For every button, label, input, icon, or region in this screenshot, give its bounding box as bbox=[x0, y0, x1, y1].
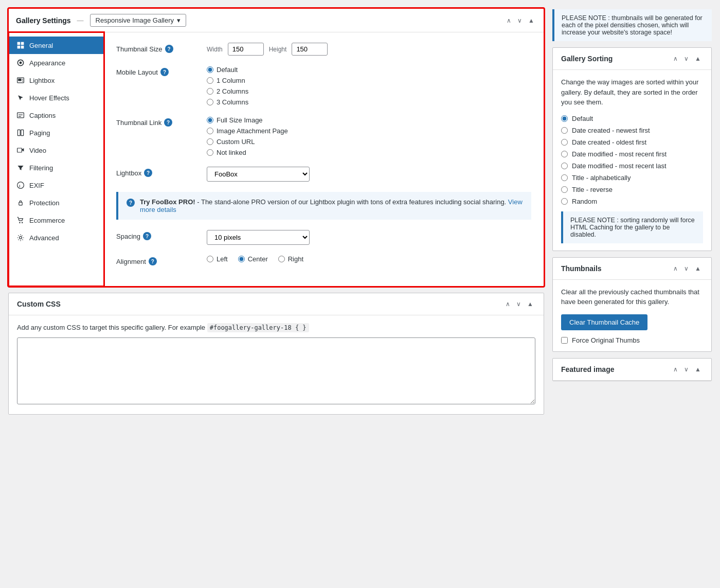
featured-image-controls: ∧ ∨ ▲ bbox=[671, 365, 703, 374]
alignment-left[interactable]: Left bbox=[207, 255, 228, 263]
lightbox-select[interactable]: FooBox None Custom bbox=[207, 167, 310, 182]
mobile-layout-1col[interactable]: 1 Column bbox=[207, 77, 531, 84]
sort-title-reverse-radio[interactable] bbox=[561, 186, 568, 193]
featured-image-expand-button[interactable]: ▲ bbox=[693, 365, 703, 374]
featured-image-title: Featured image bbox=[561, 365, 671, 373]
alignment-right[interactable]: Right bbox=[278, 255, 303, 263]
sidebar-item-label: Video bbox=[29, 147, 46, 154]
thumbnail-link-custom-radio[interactable] bbox=[207, 138, 213, 145]
mobile-layout-default-radio[interactable] bbox=[207, 66, 213, 73]
sort-date-mod-recent[interactable]: Date modified - most recent first bbox=[561, 150, 703, 158]
mobile-layout-1col-radio[interactable] bbox=[207, 77, 213, 84]
sort-date-mod-recent-radio[interactable] bbox=[561, 151, 568, 157]
sidebar-item-captions[interactable]: Captions bbox=[9, 106, 103, 124]
panel-expand-button[interactable]: ▲ bbox=[526, 16, 536, 25]
panel-down-button[interactable]: ∨ bbox=[515, 16, 524, 25]
sidebar-item-general[interactable]: General bbox=[9, 37, 103, 54]
sort-date-mod-last[interactable]: Date modified - most recent last bbox=[561, 162, 703, 170]
foobox-promo-link[interactable]: View more details bbox=[140, 198, 523, 213]
thumbnail-link-attachment[interactable]: Image Attachment Page bbox=[207, 127, 531, 135]
thumbnail-size-help-icon[interactable]: ? bbox=[165, 45, 173, 53]
alignment-center-radio[interactable] bbox=[238, 256, 245, 262]
custom-css-up-button[interactable]: ∧ bbox=[503, 299, 512, 309]
sort-random-radio[interactable] bbox=[561, 198, 568, 205]
sort-title-alpha-radio[interactable] bbox=[561, 174, 568, 181]
featured-image-up-button[interactable]: ∧ bbox=[671, 365, 680, 374]
mobile-layout-help-icon[interactable]: ? bbox=[160, 68, 169, 76]
thumbnails-expand-button[interactable]: ▲ bbox=[693, 264, 703, 273]
sorting-down-button[interactable]: ∨ bbox=[682, 54, 691, 63]
sort-date-mod-last-radio[interactable] bbox=[561, 163, 568, 169]
thumbnail-link-attachment-radio[interactable] bbox=[207, 128, 213, 134]
sort-title-reverse[interactable]: Title - reverse bbox=[561, 186, 703, 193]
thumbnail-link-none[interactable]: Not linked bbox=[207, 149, 531, 156]
gallery-type-dropdown[interactable]: Responsive Image Gallery ▾ bbox=[90, 14, 186, 27]
sort-default[interactable]: Default bbox=[561, 115, 703, 122]
sidebar-item-lightbox[interactable]: Lightbox bbox=[9, 72, 103, 89]
sort-date-newest[interactable]: Date created - newest first bbox=[561, 127, 703, 134]
sorting-expand-button[interactable]: ▲ bbox=[693, 54, 703, 63]
alignment-center[interactable]: Center bbox=[238, 255, 268, 263]
thumbnail-link-custom[interactable]: Custom URL bbox=[207, 138, 531, 146]
sidebar-item-video[interactable]: Video bbox=[9, 141, 103, 159]
thumbnails-description: Clear all the previously cached thumbnai… bbox=[561, 287, 703, 307]
sidebar-item-ecommerce[interactable]: Ecommerce bbox=[9, 211, 103, 229]
mobile-layout-2col-radio[interactable] bbox=[207, 88, 213, 95]
custom-css-down-button[interactable]: ∨ bbox=[514, 299, 523, 309]
sort-date-newest-radio[interactable] bbox=[561, 127, 568, 134]
svg-point-20 bbox=[20, 237, 22, 239]
hover-effects-icon bbox=[16, 93, 25, 102]
mobile-layout-2col[interactable]: 2 Columns bbox=[207, 87, 531, 95]
gallery-sorting-body: Change the way images are sorted within … bbox=[553, 70, 711, 251]
thumbnail-size-inputs: Width Height bbox=[207, 43, 531, 56]
sort-random[interactable]: Random bbox=[561, 198, 703, 205]
custom-css-expand-button[interactable]: ▲ bbox=[525, 299, 535, 309]
lightbox-help-icon[interactable]: ? bbox=[144, 169, 152, 177]
thumbnail-link-help-icon[interactable]: ? bbox=[164, 118, 172, 127]
height-input[interactable] bbox=[292, 43, 328, 56]
sort-title-alpha[interactable]: Title - alphabetically bbox=[561, 174, 703, 182]
sort-date-oldest-radio[interactable] bbox=[561, 139, 568, 146]
sidebar-item-filtering[interactable]: Filtering bbox=[9, 159, 103, 176]
thumbnail-link-none-radio[interactable] bbox=[207, 149, 213, 156]
force-original-thumbs-row[interactable]: Force Original Thumbs bbox=[561, 336, 703, 344]
spacing-label: Spacing ? bbox=[116, 230, 199, 240]
foobox-promo-text: Try FooBox PRO! - The stand-alone PRO ve… bbox=[140, 198, 523, 213]
clear-thumbnail-cache-button[interactable]: Clear Thumbnail Cache bbox=[561, 314, 647, 330]
promo-info-icon: ? bbox=[127, 199, 135, 207]
spacing-select[interactable]: 5 pixels 10 pixels 15 pixels 20 pixels bbox=[207, 230, 310, 245]
thumbnail-link-fullsize-radio[interactable] bbox=[207, 117, 213, 123]
force-original-thumbs-checkbox[interactable] bbox=[561, 337, 568, 344]
sidebar-item-exif[interactable]: i EXIF bbox=[9, 176, 103, 194]
ecommerce-icon bbox=[16, 216, 25, 225]
sort-date-oldest[interactable]: Date created - oldest first bbox=[561, 138, 703, 146]
panel-up-button[interactable]: ∧ bbox=[505, 16, 513, 25]
featured-image-down-button[interactable]: ∨ bbox=[682, 365, 691, 374]
alignment-left-radio[interactable] bbox=[207, 256, 213, 262]
alignment-help-icon[interactable]: ? bbox=[149, 257, 157, 265]
sidebar-item-protection[interactable]: Protection bbox=[9, 194, 103, 211]
sorting-up-button[interactable]: ∧ bbox=[671, 54, 680, 63]
panel-body: General Appearance Lightbox bbox=[9, 32, 544, 286]
alignment-right-radio[interactable] bbox=[278, 256, 285, 262]
sort-default-radio[interactable] bbox=[561, 115, 568, 122]
sidebar-item-appearance[interactable]: Appearance bbox=[9, 54, 103, 72]
mobile-layout-3col-radio[interactable] bbox=[207, 99, 213, 105]
sidebar-item-label: Ecommerce bbox=[29, 217, 65, 224]
panel-controls: ∧ ∨ ▲ bbox=[505, 16, 536, 25]
mobile-layout-default[interactable]: Default bbox=[207, 66, 531, 74]
thumbnail-link-fullsize[interactable]: Full Size Image bbox=[207, 116, 531, 124]
sidebar-item-hover-effects[interactable]: Hover Effects bbox=[9, 89, 103, 106]
mobile-layout-3col[interactable]: 3 Columns bbox=[207, 98, 531, 106]
custom-css-textarea[interactable] bbox=[17, 337, 535, 404]
thumbnails-up-button[interactable]: ∧ bbox=[671, 264, 680, 273]
custom-css-header: Custom CSS ∧ ∨ ▲ bbox=[9, 293, 544, 315]
alignment-row: Alignment ? Left Center Right bbox=[116, 255, 531, 265]
spacing-help-icon[interactable]: ? bbox=[143, 232, 151, 240]
sidebar-item-advanced[interactable]: Advanced bbox=[9, 229, 103, 246]
thumbnails-down-button[interactable]: ∨ bbox=[682, 264, 691, 273]
sidebar-item-paging[interactable]: Paging bbox=[9, 124, 103, 141]
width-input[interactable] bbox=[228, 43, 264, 56]
sidebar-item-label: Advanced bbox=[29, 234, 59, 242]
sidebar-item-label: General bbox=[29, 42, 53, 49]
